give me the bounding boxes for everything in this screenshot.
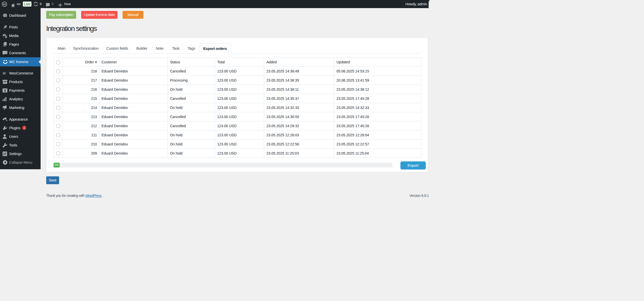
svg-text:$: $: [4, 89, 6, 92]
svg-text:W: W: [3, 71, 7, 75]
svg-text:W: W: [3, 2, 6, 6]
